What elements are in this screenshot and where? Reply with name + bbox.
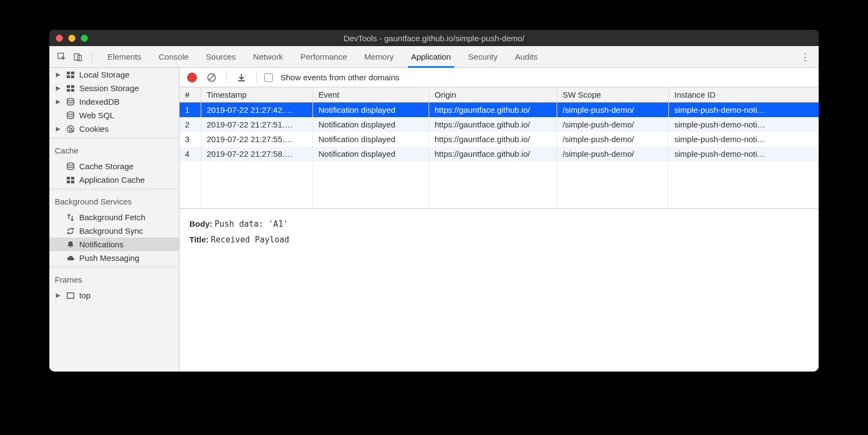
col-timestamp[interactable]: Timestamp	[201, 87, 313, 102]
expand-caret-icon[interactable]: ▶	[55, 125, 61, 132]
record-button[interactable]	[187, 73, 197, 82]
cell-ev: Notification displayed	[313, 103, 429, 117]
table-row[interactable]: 42019-07-22 21:27:58.…Notification displ…	[180, 146, 819, 161]
tab-sources[interactable]: Sources	[205, 47, 237, 66]
cell-sw: /simple-push-demo/	[557, 103, 669, 117]
panel-tabs: ElementsConsoleSourcesNetworkPerformance…	[106, 47, 539, 66]
title-label: Title:	[189, 235, 209, 244]
sidebar-item-label: Push Messaging	[79, 253, 139, 263]
expand-caret-icon[interactable]: ▶	[55, 292, 61, 299]
cell-org: https://gauntface.github.io/	[429, 146, 557, 161]
sidebar-item-indexeddb[interactable]: ▶IndexedDB	[49, 95, 179, 108]
svg-rect-19	[67, 177, 70, 180]
grid-icon	[66, 175, 75, 184]
window-title-bar: DevTools - gauntface.github.io/simple-pu…	[49, 30, 819, 46]
svg-rect-8	[71, 85, 74, 88]
cell-num: 3	[180, 132, 201, 146]
svg-point-18	[67, 163, 74, 165]
table-row[interactable]: 32019-07-22 21:27:55.…Notification displ…	[180, 132, 819, 146]
sidebar-item-cache-storage[interactable]: ▶Cache Storage	[49, 159, 179, 173]
sidebar-item-label: Application Cache	[79, 175, 145, 184]
title-value: Received Payload	[211, 235, 290, 245]
cell-sw: /simple-push-demo/	[557, 117, 669, 132]
cache-section-title: Cache	[49, 140, 179, 159]
grid-icon	[66, 70, 75, 79]
sidebar-item-cookies[interactable]: ▶Cookies	[49, 122, 179, 136]
events-table: # Timestamp Event Origin SW Scope Instan…	[180, 87, 819, 209]
cell-org: https://gauntface.github.io/	[429, 117, 557, 132]
tab-memory[interactable]: Memory	[363, 47, 395, 66]
table-row[interactable]: 12019-07-22 21:27:42.…Notification displ…	[180, 103, 819, 117]
sidebar-item-application-cache[interactable]: ▶Application Cache	[49, 173, 179, 187]
table-row[interactable]: 22019-07-22 21:27:51.…Notification displ…	[180, 117, 819, 132]
expand-caret-icon[interactable]: ▶	[55, 71, 61, 78]
svg-point-15	[71, 128, 72, 129]
show-other-domains-checkbox[interactable]	[264, 73, 273, 82]
cell-iid: simple-push-demo-noti…	[669, 117, 819, 132]
sidebar-item-web-sql[interactable]: ▶Web SQL	[49, 108, 179, 122]
sync-icon	[66, 226, 75, 235]
sidebar-item-top[interactable]: ▶top	[49, 289, 179, 302]
sidebar-item-label: Background Fetch	[79, 213, 145, 222]
tab-application[interactable]: Application	[410, 47, 452, 66]
db-icon	[66, 97, 75, 106]
table-header: # Timestamp Event Origin SW Scope Instan…	[180, 87, 819, 103]
separator	[92, 51, 92, 63]
more-menu-icon[interactable]: ⋮	[797, 51, 813, 63]
sidebar-item-notifications[interactable]: ▶Notifications	[49, 238, 179, 251]
window-title: DevTools - gauntface.github.io/simple-pu…	[49, 34, 819, 43]
cell-num: 4	[180, 146, 201, 161]
bg-services-section-title: Background Services	[49, 191, 179, 210]
svg-point-14	[69, 127, 70, 129]
svg-point-16	[69, 130, 71, 131]
sidebar-item-session-storage[interactable]: ▶Session Storage	[49, 81, 179, 95]
inspect-element-icon[interactable]	[55, 50, 69, 64]
expand-caret-icon[interactable]: ▶	[55, 98, 61, 105]
device-toggle-icon[interactable]	[71, 50, 85, 64]
separator	[256, 72, 257, 83]
panel-body: ▶Local Storage▶Session Storage▶IndexedDB…	[49, 68, 819, 372]
cloud-icon	[66, 253, 75, 263]
sidebar-item-local-storage[interactable]: ▶Local Storage	[49, 68, 179, 81]
frames-section-title: Frames	[49, 270, 179, 289]
swap-icon	[66, 213, 75, 222]
svg-rect-21	[67, 181, 70, 183]
devtools-window: DevTools - gauntface.github.io/simple-pu…	[49, 30, 819, 372]
col-number[interactable]: #	[180, 87, 201, 102]
tab-console[interactable]: Console	[158, 47, 190, 66]
col-event[interactable]: Event	[313, 87, 429, 102]
clear-icon[interactable]	[205, 71, 219, 85]
top-tabs-bar: ElementsConsoleSourcesNetworkPerformance…	[49, 46, 819, 68]
col-instance-id[interactable]: Instance ID	[669, 87, 819, 102]
sidebar-item-push-messaging[interactable]: ▶Push Messaging	[49, 251, 179, 265]
tab-elements[interactable]: Elements	[106, 47, 143, 66]
tab-security[interactable]: Security	[467, 47, 499, 66]
sidebar-item-background-sync[interactable]: ▶Background Sync	[49, 224, 179, 238]
cell-iid: simple-push-demo-noti…	[669, 103, 819, 117]
tab-network[interactable]: Network	[252, 47, 284, 66]
svg-rect-6	[71, 75, 74, 78]
sidebar-item-background-fetch[interactable]: ▶Background Fetch	[49, 210, 179, 224]
svg-point-13	[67, 125, 74, 132]
detail-body-row: Body:Push data: 'A1'	[189, 216, 809, 232]
col-sw-scope[interactable]: SW Scope	[557, 87, 669, 102]
tab-audits[interactable]: Audits	[514, 47, 539, 66]
cookie-icon	[66, 124, 75, 133]
event-details: Body:Push data: 'A1' Title:Received Payl…	[180, 209, 819, 372]
cell-num: 1	[180, 103, 201, 117]
separator	[226, 72, 227, 83]
tab-performance[interactable]: Performance	[299, 47, 348, 66]
separator	[49, 189, 179, 189]
events-toolbar: Show events from other domains	[180, 68, 819, 87]
col-origin[interactable]: Origin	[429, 87, 557, 102]
expand-caret-icon[interactable]: ▶	[55, 85, 61, 92]
sidebar-item-label: IndexedDB	[79, 97, 119, 106]
separator	[49, 267, 179, 267]
sidebar-item-label: Session Storage	[79, 84, 139, 93]
download-icon[interactable]	[234, 71, 248, 85]
bell-icon	[66, 240, 75, 249]
cell-ev: Notification displayed	[313, 146, 429, 161]
cell-org: https://gauntface.github.io/	[429, 132, 557, 146]
detail-title-row: Title:Received Payload	[189, 232, 809, 248]
svg-rect-4	[71, 72, 74, 74]
